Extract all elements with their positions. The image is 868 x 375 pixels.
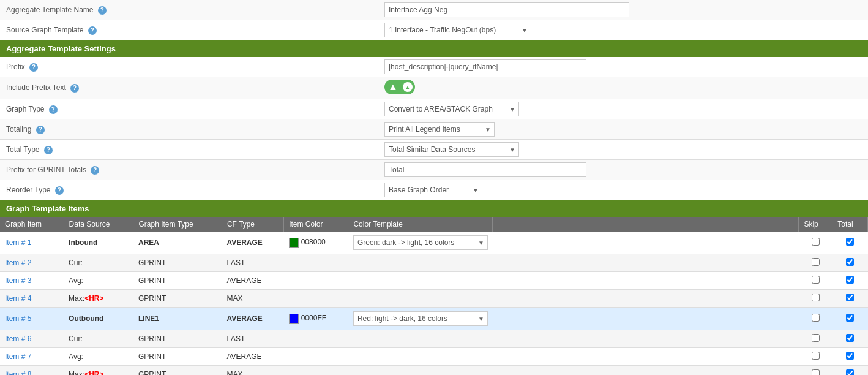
cell-item-color bbox=[284, 290, 348, 308]
skip-checkbox[interactable] bbox=[812, 334, 820, 342]
color-template-select[interactable]: Green: dark -> light, 16 colors bbox=[353, 235, 488, 250]
source-graph-template-select-wrapper: 1 Interface - Traffic NegOut (bps) ▼ bbox=[384, 23, 531, 37]
total-checkbox[interactable] bbox=[846, 258, 854, 266]
cell-graph-item: Item # 3 bbox=[0, 272, 64, 290]
cell-graph-item-type: GPRINT bbox=[133, 290, 222, 308]
cell-skip bbox=[799, 330, 832, 348]
graph-item-link[interactable]: Item # 6 bbox=[5, 335, 31, 343]
cell-data-source: Cur: bbox=[64, 330, 133, 348]
skip-checkbox[interactable] bbox=[812, 314, 820, 322]
skip-checkbox[interactable] bbox=[812, 352, 820, 360]
cell-spacer bbox=[493, 290, 799, 308]
graph-item-link[interactable]: Item # 3 bbox=[5, 276, 31, 285]
aggregate-template-name-input[interactable] bbox=[384, 2, 629, 17]
cell-graph-item: Item # 2 bbox=[0, 254, 64, 272]
aggregate-template-name-help-icon[interactable]: ? bbox=[98, 6, 107, 15]
source-graph-template-row: Source Graph Template ? 1 Interface - Tr… bbox=[0, 20, 868, 40]
table-header-row: Graph Item Data Source Graph Item Type C… bbox=[0, 217, 868, 232]
cell-spacer bbox=[493, 366, 799, 376]
total-type-help-icon[interactable]: ? bbox=[44, 146, 53, 154]
skip-checkbox[interactable] bbox=[812, 294, 820, 301]
aggregate-template-name-value bbox=[380, 0, 868, 20]
total-checkbox[interactable] bbox=[846, 314, 854, 322]
skip-checkbox[interactable] bbox=[812, 258, 820, 266]
cell-spacer bbox=[493, 308, 799, 330]
cell-spacer bbox=[493, 272, 799, 290]
graph-type-help-icon[interactable]: ? bbox=[49, 105, 58, 114]
totaling-help-icon[interactable]: ? bbox=[36, 126, 45, 134]
cell-graph-item-type: GPRINT bbox=[133, 366, 222, 376]
cell-item-color: 008000 bbox=[284, 232, 348, 254]
total-checkbox[interactable] bbox=[846, 334, 854, 342]
reorder-type-row: Reorder Type ? Base Graph Order ▼ bbox=[0, 180, 868, 200]
cell-graph-item-type: AREA bbox=[133, 232, 222, 254]
cell-color-template bbox=[348, 348, 493, 366]
cell-graph-item: Item # 8 bbox=[0, 366, 64, 376]
prefix-gprint-value bbox=[380, 160, 868, 180]
skip-checkbox[interactable] bbox=[812, 369, 820, 375]
cell-cf-type: AVERAGE bbox=[222, 232, 283, 254]
skip-checkbox[interactable] bbox=[812, 276, 820, 284]
cell-item-color bbox=[284, 330, 348, 348]
skip-checkbox[interactable] bbox=[812, 238, 820, 246]
source-graph-template-select[interactable]: 1 Interface - Traffic NegOut (bps) bbox=[384, 23, 531, 37]
cell-cf-type: AVERAGE bbox=[222, 348, 283, 366]
include-prefix-text-row: Include Prefix Text ? ▲ bbox=[0, 77, 868, 99]
prefix-gprint-label: Prefix for GPRINT Totals ? bbox=[0, 162, 380, 178]
total-checkbox[interactable] bbox=[846, 352, 854, 360]
graph-item-link[interactable]: Item # 5 bbox=[5, 314, 31, 323]
graph-type-row: Graph Type ? Convert to AREA/STACK Graph… bbox=[0, 99, 868, 119]
cell-graph-item-type: GPRINT bbox=[133, 348, 222, 366]
total-type-select[interactable]: Total Similar Data Sources bbox=[384, 142, 519, 157]
reorder-type-select[interactable]: Base Graph Order bbox=[384, 183, 482, 197]
totaling-value: Print All Legend Items ▼ bbox=[380, 119, 868, 139]
include-prefix-text-switch[interactable]: ▲ bbox=[384, 80, 415, 94]
source-graph-template-help-icon[interactable]: ? bbox=[88, 26, 97, 35]
col-data-source: Data Source bbox=[64, 217, 133, 232]
reorder-type-value: Base Graph Order ▼ bbox=[380, 180, 868, 200]
cell-total bbox=[832, 366, 868, 376]
cell-cf-type: AVERAGE bbox=[222, 272, 283, 290]
cell-data-source: Avg: bbox=[64, 348, 133, 366]
graph-item-link[interactable]: Item # 8 bbox=[5, 370, 31, 375]
include-prefix-text-help-icon[interactable]: ? bbox=[70, 84, 79, 93]
total-checkbox[interactable] bbox=[846, 294, 854, 301]
graph-type-value: Convert to AREA/STACK Graph ▼ bbox=[380, 99, 868, 119]
graph-item-link[interactable]: Item # 1 bbox=[5, 238, 31, 247]
hr-text: <HR> bbox=[84, 294, 103, 303]
table-row: Item # 6Cur:GPRINTLAST bbox=[0, 330, 868, 348]
graph-item-link[interactable]: Item # 4 bbox=[5, 294, 31, 303]
prefix-gprint-help-icon[interactable]: ? bbox=[91, 166, 99, 175]
total-checkbox[interactable] bbox=[846, 369, 854, 375]
graph-item-link[interactable]: Item # 2 bbox=[5, 259, 31, 267]
cell-total bbox=[832, 232, 868, 254]
prefix-help-icon[interactable]: ? bbox=[29, 63, 38, 72]
color-template-select[interactable]: Red: light -> dark, 16 colors bbox=[353, 311, 488, 326]
graph-template-items-table: Graph Item Data Source Graph Item Type C… bbox=[0, 217, 868, 375]
cell-graph-item: Item # 5 bbox=[0, 308, 64, 330]
totaling-row: Totaling ? Print All Legend Items ▼ bbox=[0, 119, 868, 140]
prefix-gprint-input[interactable] bbox=[384, 162, 586, 177]
cell-graph-item-type: LINE1 bbox=[133, 308, 222, 330]
table-row: Item # 3Avg:GPRINTAVERAGE bbox=[0, 272, 868, 290]
reorder-type-help-icon[interactable]: ? bbox=[55, 186, 64, 195]
graph-type-select[interactable]: Convert to AREA/STACK Graph bbox=[384, 102, 519, 116]
cell-color-template: Red: light -> dark, 16 colors▼ bbox=[348, 308, 493, 330]
graph-item-link[interactable]: Item # 7 bbox=[5, 352, 31, 361]
prefix-gprint-row: Prefix for GPRINT Totals ? bbox=[0, 160, 868, 180]
aggregate-template-name-row: Aggregate Template Name ? bbox=[0, 0, 868, 20]
cell-data-source: Cur: bbox=[64, 254, 133, 272]
prefix-input[interactable] bbox=[384, 59, 586, 74]
cell-skip bbox=[799, 254, 832, 272]
hr-text: <HR> bbox=[84, 370, 103, 375]
include-prefix-text-label: Include Prefix Text ? bbox=[0, 80, 380, 96]
table-row: Item # 8Max:<HR>GPRINTMAX bbox=[0, 366, 868, 376]
total-checkbox[interactable] bbox=[846, 276, 854, 284]
toggle-arrow-icon: ▲ bbox=[388, 81, 398, 93]
col-cf-type: CF Type bbox=[222, 217, 283, 232]
reorder-type-select-wrapper: Base Graph Order ▼ bbox=[384, 183, 482, 197]
total-checkbox[interactable] bbox=[846, 238, 854, 246]
color-template-select-wrapper: Red: light -> dark, 16 colors▼ bbox=[353, 311, 488, 326]
totaling-select[interactable]: Print All Legend Items bbox=[384, 122, 495, 137]
cell-graph-item: Item # 1 bbox=[0, 232, 64, 254]
